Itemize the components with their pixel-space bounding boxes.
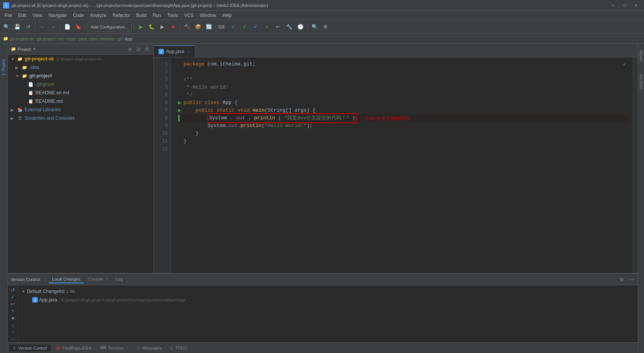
menu-view[interactable]: View: [29, 12, 45, 19]
terminal-close[interactable]: ×: [127, 346, 129, 350]
tree-item-scratches[interactable]: ▶ 🗒 Scratches and Consoles: [8, 114, 153, 122]
run-with-coverage[interactable]: ▶: [157, 22, 167, 32]
editor-tab-app-java[interactable]: J App.java ×: [154, 45, 195, 57]
breadcrumb-git-project[interactable]: git-project: [37, 37, 55, 41]
breadcrumb-java[interactable]: java: [79, 37, 87, 41]
tree-item-root[interactable]: ▼ 📁 git-project-sk E:\project-sk\git-pro…: [8, 55, 153, 63]
add-configuration-button[interactable]: Add Configuration...: [87, 22, 132, 32]
findbugs-icon: 🐞: [55, 345, 61, 350]
git-push[interactable]: ✓: [240, 22, 250, 32]
git-revert[interactable]: ↩: [273, 22, 283, 32]
changelist-name: Default Changelist: [27, 289, 65, 294]
toolbar-back[interactable]: ←: [37, 22, 47, 32]
toolbar-save[interactable]: 💾: [12, 22, 22, 32]
vc-revert-btn[interactable]: ↩: [9, 301, 17, 307]
tree-item-readme-en[interactable]: ▶ 📋 README.en.md: [8, 89, 153, 97]
menu-analyze[interactable]: Analyze: [87, 12, 110, 19]
menu-edit[interactable]: Edit: [15, 12, 29, 19]
bottom-tab-findbugs[interactable]: 🐞 FindBugs-IDEA: [52, 344, 95, 351]
run-arrow-7[interactable]: ▶: [178, 107, 181, 114]
vc-tab-label: Version Control: [18, 346, 47, 350]
vc-settings-btn[interactable]: ⚙: [618, 276, 626, 283]
vc-ignore-btn[interactable]: +: [9, 308, 17, 314]
toolbar-bookmarks[interactable]: 🔖: [73, 22, 83, 32]
bottom-tab-terminal[interactable]: ⌨ Terminal ×: [96, 344, 132, 351]
reload-all[interactable]: 🔄: [204, 22, 214, 32]
toolbar-search-everywhere[interactable]: 🔍: [2, 22, 12, 32]
tree-item-readme[interactable]: ▶ 📋 README.md: [8, 97, 153, 105]
git-diff[interactable]: 🔧: [284, 22, 294, 32]
breadcrumb-itheima[interactable]: itheima: [101, 37, 114, 41]
tree-item-idea[interactable]: ▶ 📁 .idea: [8, 63, 153, 72]
vc-minimize-btn[interactable]: —: [627, 276, 635, 283]
breadcrumb-app[interactable]: App: [125, 37, 132, 41]
menu-window[interactable]: Window: [197, 12, 219, 19]
ant-build-label[interactable]: Ant Build: [638, 72, 644, 92]
maven-label[interactable]: Maven: [638, 48, 644, 64]
bottom-tab-todo[interactable]: 6: TODO: [166, 345, 191, 351]
vc-refresh-btn[interactable]: ↺: [9, 287, 17, 293]
bottom-tab-messages[interactable]: 0: Messages: [133, 345, 165, 351]
breadcrumb-main[interactable]: main: [67, 37, 76, 41]
git-pull[interactable]: ✓: [251, 22, 261, 32]
menu-build[interactable]: Build: [133, 12, 150, 19]
vc-tab-local-changes[interactable]: Local Changes: [49, 276, 83, 283]
debug-button[interactable]: 🐛: [147, 22, 157, 32]
menu-refactor[interactable]: Refactor: [110, 12, 133, 19]
project-icon: 📁: [11, 47, 16, 52]
run-button[interactable]: ▶: [136, 22, 146, 32]
toolbar-new-file[interactable]: 📄: [62, 22, 72, 32]
minimize-button[interactable]: −: [608, 2, 618, 9]
breadcrumb-src[interactable]: src: [58, 37, 64, 41]
vc-checkmark-btn[interactable]: ✓: [9, 294, 17, 300]
code-editor[interactable]: 1 2 3 4 5 6 7 8 9 10 11 12: [154, 57, 638, 273]
code-line-8: System . out . println ( "我是dev分支提交的代码！"…: [176, 114, 628, 122]
toolbar-refresh[interactable]: ↺: [23, 22, 33, 32]
project-tab-label[interactable]: 1: Project: [2, 59, 6, 75]
sidebar-dropdown-icon[interactable]: ▼: [32, 47, 36, 51]
build-project[interactable]: 🔨: [182, 22, 192, 32]
stop-button[interactable]: ■: [168, 22, 178, 32]
toolbar-forward[interactable]: →: [48, 22, 58, 32]
tree-item-ext-libs[interactable]: ▶ 📚 External Libraries: [8, 105, 153, 114]
bottom-tab-version-control[interactable]: 9: Version Control: [9, 345, 51, 351]
vc-changelist-header[interactable]: ▼ Default Changelist 1 file: [22, 287, 635, 296]
run-arrow-6[interactable]: ▶: [178, 99, 181, 107]
build-artifact[interactable]: 📦: [193, 22, 203, 32]
console-tab-close[interactable]: ×: [106, 277, 108, 281]
sidebar-collapse-btn[interactable]: ⊟: [135, 46, 142, 53]
breadcrumb-root[interactable]: 📁 git-project-sk: [3, 36, 34, 41]
vc-down-btn[interactable]: ↓: [9, 322, 17, 328]
menu-tools[interactable]: Tools: [164, 12, 181, 19]
code-content[interactable]: ✓ package com . itheima . git ;: [171, 57, 632, 273]
sidebar-settings-btn[interactable]: ⚙: [143, 46, 150, 53]
vc-file-item-0[interactable]: J App.java E:\project-sk\git-project-sk\…: [22, 296, 635, 304]
git-commit[interactable]: ✓: [229, 22, 239, 32]
menu-run[interactable]: Run: [150, 12, 164, 19]
breadcrumb-git[interactable]: git: [117, 37, 122, 41]
tab-close-btn[interactable]: ×: [187, 49, 190, 54]
line-num-3: 3: [154, 76, 168, 84]
tree-item-git-project[interactable]: ▼ 📁 git-project: [8, 72, 153, 80]
vc-star-btn[interactable]: ★: [9, 315, 17, 321]
git-fetch[interactable]: ↑: [262, 22, 272, 32]
menu-help[interactable]: Help: [219, 12, 235, 19]
menu-vcs[interactable]: VCS: [181, 12, 197, 19]
menu-file[interactable]: File: [2, 12, 15, 19]
vc-tab-console[interactable]: Console ×: [85, 276, 111, 283]
sidebar-title-label: Project: [18, 47, 31, 52]
breadcrumb-com[interactable]: com: [90, 37, 98, 41]
git-log[interactable]: 🕐: [295, 22, 305, 32]
vc-more-btn[interactable]: ⋯: [9, 336, 17, 342]
vc-tab-log[interactable]: Log: [113, 276, 126, 283]
menu-code[interactable]: Code: [70, 12, 87, 19]
vc-up-btn[interactable]: ↑: [9, 329, 17, 335]
app-icon: I: [3, 2, 9, 8]
menu-navigate[interactable]: Navigate: [45, 12, 70, 19]
maximize-button[interactable]: □: [619, 2, 629, 9]
close-button[interactable]: ×: [631, 2, 641, 9]
find-action[interactable]: 🔍: [310, 22, 320, 32]
sidebar-locate-btn[interactable]: ⊕: [127, 46, 133, 53]
settings[interactable]: ⚙: [320, 22, 330, 32]
tree-item-gitignore[interactable]: ▶ 📄 .gitignore: [8, 80, 153, 89]
